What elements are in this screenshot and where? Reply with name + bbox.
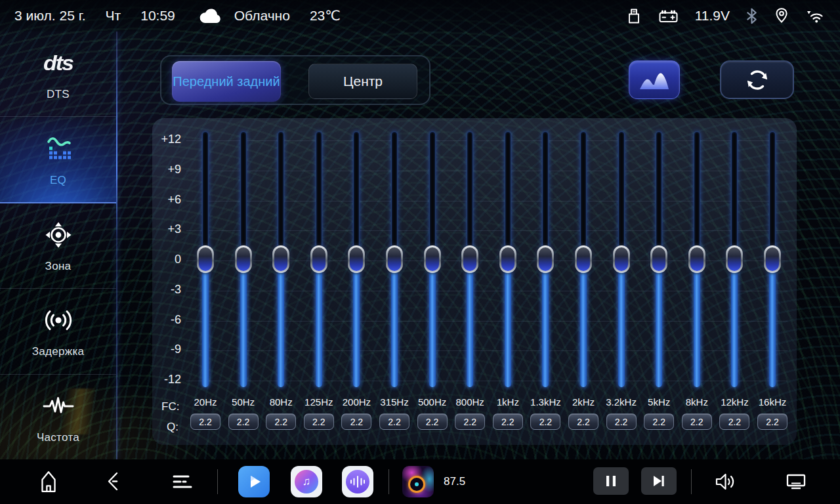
eq-slider-thumb[interactable]	[272, 245, 289, 273]
eq-scale-label: +3	[152, 222, 181, 236]
sidebar-item-frequency[interactable]: Частота	[0, 375, 116, 459]
eq-band-q-button[interactable]: 2.2	[682, 413, 712, 430]
eq-band-800Hz: 800Hz2.2	[452, 118, 488, 445]
eq-band-1kHz: 1kHz2.2	[490, 118, 526, 445]
eq-slider-thumb[interactable]	[499, 245, 516, 273]
app-voice[interactable]	[342, 466, 373, 497]
eq-scale-label: -9	[152, 343, 181, 356]
eq-scale-label: +6	[152, 193, 181, 207]
tab-center[interactable]: Центр	[308, 64, 417, 99]
eq-slider-thumb[interactable]	[197, 245, 214, 273]
sidebar-item-label: Зона	[45, 260, 72, 273]
eq-band-500Hz: 500Hz2.2	[414, 118, 451, 445]
eq-slider-thumb[interactable]	[310, 245, 327, 273]
sidebar-item-label: DTS	[47, 88, 70, 101]
eq-band-q-button[interactable]: 2.2	[266, 413, 296, 430]
eq-band-freq-label: 2kHz	[565, 396, 602, 408]
eq-slider-fill	[769, 259, 776, 387]
bottom-nav-bar: ♫ 87.5	[0, 459, 840, 504]
eq-slider-thumb[interactable]	[386, 245, 403, 273]
voice-app-icon	[342, 466, 373, 497]
menu-button[interactable]	[170, 472, 194, 492]
eq-band-q-button[interactable]: 2.2	[455, 413, 485, 430]
bottom-bar-divider	[388, 469, 389, 494]
eq-slider-thumb[interactable]	[424, 245, 441, 273]
eq-slider-thumb[interactable]	[650, 245, 667, 273]
reset-button[interactable]	[720, 60, 794, 99]
eq-band-freq-label: 315Hz	[376, 396, 413, 408]
eq-band-1.3kHz: 1.3kHz2.2	[527, 118, 564, 445]
sidebar-item-label: EQ	[50, 174, 66, 187]
sidebar-item-eq[interactable]: EQ	[0, 117, 116, 203]
eq-band-q-button[interactable]: 2.2	[530, 413, 560, 430]
eq-band-3.2kHz: 3.2kHz2.2	[603, 118, 640, 445]
eq-slider-thumb[interactable]	[461, 245, 478, 273]
sidebar-item-label: Частота	[37, 431, 79, 444]
eq-slider-fill	[316, 259, 322, 387]
eq-slider-fill	[202, 259, 209, 387]
eq-band-q-button[interactable]: 2.2	[757, 413, 788, 430]
eq-slider-fill	[467, 259, 473, 387]
menu-icon	[170, 472, 194, 492]
speaker-tab-group: Передний задний Центр	[160, 55, 430, 105]
sidebar-item-dts[interactable]: dts DTS	[0, 32, 116, 117]
eq-band-q-button[interactable]: 2.2	[493, 413, 523, 430]
eq-band-q-button[interactable]: 2.2	[379, 413, 410, 430]
fc-label: FC:	[161, 400, 179, 413]
eq-curve-button[interactable]	[629, 60, 680, 99]
eq-slider-thumb[interactable]	[764, 245, 781, 273]
next-track-button[interactable]	[641, 467, 677, 495]
eq-band-12kHz: 12kHz2.2	[716, 118, 753, 445]
sidebar-item-delay[interactable]: Задержка	[0, 289, 116, 374]
eq-slider-fill	[656, 259, 662, 387]
eq-band-q-button[interactable]: 2.2	[228, 413, 259, 430]
refresh-icon	[746, 68, 769, 92]
bluetooth-icon	[746, 8, 757, 24]
eq-slider-thumb[interactable]	[688, 245, 705, 273]
eq-band-2kHz: 2kHz2.2	[565, 118, 602, 445]
eq-slider-fill	[542, 259, 549, 387]
eq-band-q-button[interactable]: 2.2	[417, 413, 448, 430]
eq-band-5kHz: 5kHz2.2	[640, 118, 677, 445]
eq-slider-thumb[interactable]	[348, 245, 365, 273]
eq-band-q-button[interactable]: 2.2	[341, 413, 371, 430]
eq-slider-thumb[interactable]	[235, 245, 252, 273]
pause-button[interactable]	[593, 467, 629, 495]
volume-button[interactable]	[714, 472, 738, 492]
dts-logo: dts	[43, 49, 73, 78]
eq-scale-label: +9	[152, 163, 181, 177]
back-button[interactable]	[103, 470, 123, 494]
eq-band-q-button[interactable]: 2.2	[190, 413, 220, 430]
sidebar-item-zone[interactable]: Зона	[0, 203, 116, 289]
home-button[interactable]	[37, 470, 60, 494]
eq-scale-label: 0	[152, 253, 181, 266]
screen-off-button[interactable]	[785, 472, 807, 491]
eq-slider-fill	[694, 259, 700, 387]
eq-band-freq-label: 3.2kHz	[603, 396, 640, 408]
eq-scale-label: -12	[152, 373, 181, 387]
eq-band-freq-label: 500Hz	[414, 396, 451, 408]
eq-band-q-button[interactable]: 2.2	[568, 413, 598, 430]
tab-front-rear[interactable]: Передний задний	[172, 61, 281, 102]
frequency-wave-icon	[42, 390, 75, 423]
app-video-player[interactable]	[238, 466, 270, 497]
sidebar-divider	[116, 32, 117, 459]
status-date: 3 июл. 25 г.	[14, 8, 86, 24]
eq-slider-thumb[interactable]	[575, 245, 592, 273]
status-time: 10:59	[140, 8, 175, 24]
app-radio[interactable]	[402, 466, 434, 497]
eq-band-q-button[interactable]: 2.2	[606, 413, 637, 430]
eq-slider-thumb[interactable]	[537, 245, 554, 273]
sidebar: dts DTS EQ	[0, 32, 116, 459]
music-note-icon: ♫	[295, 470, 318, 494]
eq-slider-thumb[interactable]	[726, 245, 743, 273]
equalizer-bars-icon	[44, 133, 73, 165]
eq-band-q-button[interactable]: 2.2	[719, 413, 749, 430]
location-icon	[774, 7, 789, 24]
eq-slider-thumb[interactable]	[613, 245, 630, 273]
eq-band-q-button[interactable]: 2.2	[644, 413, 674, 430]
app-music[interactable]: ♫	[291, 466, 322, 497]
eq-band-q-button[interactable]: 2.2	[304, 413, 334, 430]
zone-target-icon	[43, 219, 74, 251]
eq-band-freq-label: 1kHz	[490, 396, 526, 408]
